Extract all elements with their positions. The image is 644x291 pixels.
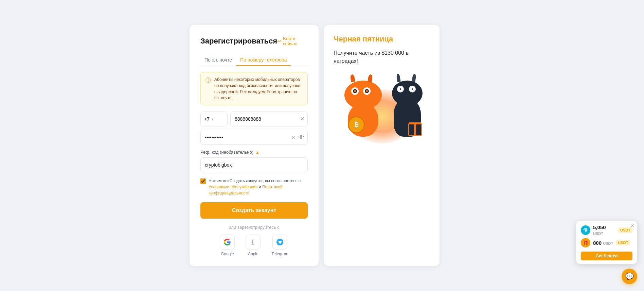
terms-checkbox[interactable] [200,178,206,184]
country-code: +7 [204,116,210,122]
phone-row: +7 ▾ ✕ [200,112,308,126]
terms-text-and: и [258,185,262,189]
monster-scene: ₿ [338,72,426,143]
chevron-up-icon: ▲ [255,150,260,155]
apple-icon:  [252,239,254,245]
apple-label: Apple [248,252,258,256]
google-login-button[interactable]: Google [220,235,235,256]
social-buttons: Google  Apple Telegram [200,235,308,256]
prize-unit-1: USDT [593,232,603,236]
google-label: Google [221,252,234,256]
register-card: Зарегистрироваться ↩ Войти сейчас По эл.… [190,25,319,266]
ref-code-input[interactable] [200,157,308,172]
ref-label-text: Реф. код (необязательно) [200,150,253,155]
prize-unit-2: USDT [603,241,613,245]
password-row: ✕ 👁 [200,130,308,145]
or-text: или зарегистрируйтесь с [200,225,308,230]
gift-ribbon-v [414,122,416,135]
tab-phone[interactable]: По номеру телефона [236,54,291,66]
clear-phone-icon[interactable]: ✕ [300,116,304,122]
chat-icon: 💬 [625,272,634,280]
gift-box [408,123,422,136]
promo-subtitle: Получите часть из $130 000 в наградах! [334,49,430,65]
card-header: Зарегистрироваться ↩ Войти сейчас [200,36,308,46]
terms-link[interactable]: Условиями обслуживания [209,185,258,189]
login-link[interactable]: ↩ Войти сейчас [277,36,308,46]
telegram-icon [276,238,284,246]
widget-prize-1: 💎 5,050 USDT USDT [581,224,632,236]
prize-value-2: 800 [593,240,602,246]
google-icon [223,238,231,246]
warning-text: Абоненты некоторых мобильных операторов … [214,76,303,101]
widget-prize-2: 🎁 800 USDT USDT [581,238,632,247]
telegram-icon-wrap [272,235,287,250]
promo-card: Черная пятница Получите часть из $130 00… [324,25,440,266]
create-account-button[interactable]: Создать аккаунт [200,202,308,219]
telegram-login-button[interactable]: Telegram [271,235,288,256]
phone-input[interactable] [230,112,308,126]
clear-password-icon[interactable]: ✕ [291,135,296,140]
terms-text-before: Нажимая «Создать аккаунт», вы соглашаете… [209,178,301,183]
prize-badge-2: USDT [616,240,630,245]
prize-icon-2: 🎁 [581,238,590,247]
apple-icon-wrap:  [246,235,261,250]
prize-amount-1: 5,050 USDT [593,224,615,236]
toggle-password-icon[interactable]: 👁 [298,134,304,140]
login-link-text: Войти сейчас [283,36,308,46]
terms-label: Нажимая «Создать аккаунт», вы соглашаете… [209,178,308,196]
checkbox-row: Нажимая «Создать аккаунт», вы соглашаете… [200,178,308,196]
prize-amount-2: 800 USDT [593,240,613,246]
apple-login-button[interactable]:  Apple [246,235,261,256]
ref-code-label[interactable]: Реф. код (необязательно) ▲ [200,150,308,155]
ref-input-wrap [200,157,308,172]
prize-icon-1: 💎 [581,225,590,235]
country-select[interactable]: +7 ▾ [200,112,228,126]
chat-button[interactable]: 💬 [622,269,637,284]
phone-input-wrap: ✕ [230,112,308,126]
prize-value-1: 5,050 [593,224,606,230]
password-icons: ✕ 👁 [291,134,304,140]
chevron-down-icon: ▾ [212,117,213,121]
promo-title: Черная пятница [334,35,430,44]
telegram-label: Telegram [271,252,288,256]
arrow-left-icon: ↩ [277,38,281,44]
page-title: Зарегистрироваться [200,37,277,46]
widget-close-button[interactable]: ✕ [630,223,634,228]
floating-widget: ✕ 💎 5,050 USDT USDT 🎁 800 USDT USDT Get … [576,221,637,264]
main-container: Зарегистрироваться ↩ Войти сейчас По эл.… [190,25,454,266]
tab-bar: По эл. почте По номеру телефона [200,54,308,66]
warning-icon: ⓘ [205,77,211,101]
tab-email[interactable]: По эл. почте [200,54,236,66]
promo-image: ₿ [334,72,430,143]
warning-box: ⓘ Абоненты некоторых мобильных операторо… [200,72,308,105]
bitcoin-coin: ₿ [348,116,365,133]
widget-get-started-button[interactable]: Get Started [581,252,632,260]
google-icon-wrap [220,235,235,250]
